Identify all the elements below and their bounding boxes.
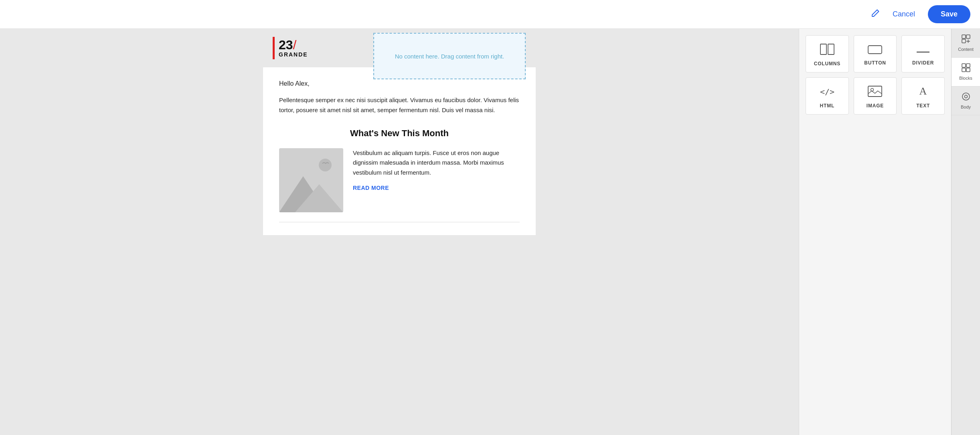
svg-rect-13 [966, 35, 970, 38]
tab-content[interactable]: Content [952, 29, 980, 58]
svg-rect-4 [820, 44, 826, 54]
blocks-tab-label: Blocks [959, 76, 972, 81]
content-tab-icon [962, 34, 970, 45]
read-more-link[interactable]: READ MORE [353, 185, 389, 191]
svg-rect-12 [962, 35, 966, 38]
drop-zone[interactable]: No content here. Drag content from right… [373, 33, 526, 79]
svg-rect-18 [966, 68, 970, 72]
email-greeting: Hello Alex, [279, 80, 520, 87]
right-tabs: Content Blocks Body [951, 29, 980, 435]
button-label: BUTTON [864, 60, 886, 66]
button-icon [868, 45, 882, 56]
svg-rect-6 [868, 46, 882, 54]
svg-text:</>: </> [820, 87, 834, 97]
content-text-area: Vestibulum ac aliquam turpis. Fusce ut e… [353, 148, 520, 191]
block-divider[interactable]: DIVIDER [901, 35, 945, 72]
logo-text-block: 23/ GRANDE [279, 38, 308, 58]
logo-subtitle: GRANDE [279, 51, 308, 58]
section-title: What's New This Month [279, 128, 520, 139]
svg-rect-9 [868, 86, 882, 97]
email-body-text: Pellentesque semper ex nec nisi suscipit… [279, 95, 520, 115]
right-panel: COLUMNS BUTTON DIVIDER [799, 29, 951, 435]
svg-rect-15 [962, 64, 966, 67]
canvas-area: 23/ GRANDE No content here. Drag content… [0, 29, 799, 435]
svg-point-20 [964, 95, 967, 98]
svg-text:A: A [919, 86, 927, 97]
content-image [279, 148, 343, 212]
divider-label: DIVIDER [912, 60, 934, 66]
block-html[interactable]: </> HTML [806, 77, 849, 115]
content-tab-label: Content [958, 47, 974, 52]
svg-point-19 [962, 93, 970, 100]
content-block: Vestibulum ac aliquam turpis. Fusce ut e… [279, 148, 520, 212]
email-header: 23/ GRANDE No content here. Drag content… [263, 29, 536, 67]
text-label: TEXT [916, 103, 930, 109]
svg-rect-17 [962, 68, 966, 72]
html-icon: </> [820, 86, 834, 99]
svg-rect-5 [828, 44, 834, 54]
logo-container: 23/ GRANDE [273, 37, 308, 59]
block-text[interactable]: A TEXT [901, 77, 945, 115]
divider-icon [916, 45, 930, 56]
main-area: 23/ GRANDE No content here. Drag content… [0, 29, 980, 435]
email-body: Hello Alex, Pellentesque semper ex nec n… [263, 67, 536, 235]
save-button[interactable]: Save [928, 5, 970, 23]
text-icon: A [916, 86, 930, 99]
content-paragraph: Vestibulum ac aliquam turpis. Fusce ut e… [353, 148, 520, 178]
cancel-button[interactable]: Cancel [886, 7, 921, 22]
image-label: IMAGE [867, 103, 884, 109]
top-bar: Cancel Save [0, 0, 980, 29]
pencil-icon[interactable] [871, 9, 880, 20]
html-label: HTML [820, 103, 835, 109]
columns-icon [820, 44, 834, 57]
logo-number: 23/ [279, 38, 308, 51]
logo-bar-decoration [273, 37, 275, 59]
drop-zone-text: No content here. Drag content from right… [395, 53, 504, 60]
body-tab-label: Body [961, 105, 971, 109]
block-button[interactable]: BUTTON [854, 35, 897, 72]
block-columns[interactable]: COLUMNS [806, 35, 849, 72]
tab-blocks[interactable]: Blocks [952, 58, 980, 87]
tab-body[interactable]: Body [952, 87, 980, 115]
email-divider [279, 222, 520, 222]
columns-label: COLUMNS [814, 61, 840, 66]
block-image[interactable]: IMAGE [854, 77, 897, 115]
email-wrapper: 23/ GRANDE No content here. Drag content… [263, 29, 536, 235]
body-tab-icon [962, 92, 970, 103]
blocks-tab-icon [962, 63, 970, 74]
svg-point-10 [871, 89, 874, 91]
svg-point-1 [319, 159, 332, 171]
image-icon [868, 86, 882, 99]
svg-rect-16 [966, 64, 970, 67]
svg-rect-14 [962, 39, 966, 43]
blocks-grid: COLUMNS BUTTON DIVIDER [799, 29, 951, 435]
